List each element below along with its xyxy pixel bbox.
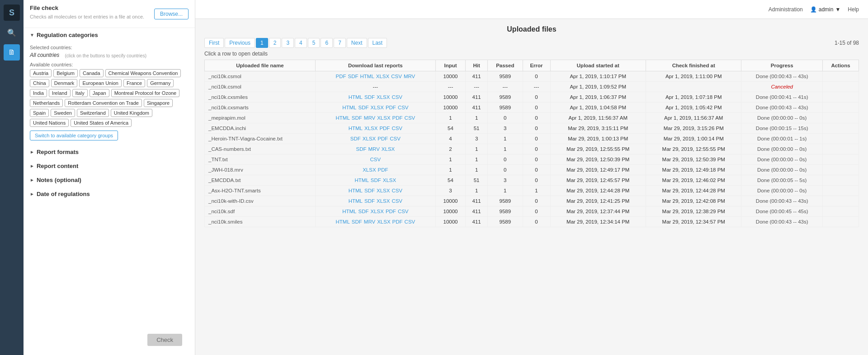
actions-cell[interactable] <box>822 175 859 186</box>
download-link-sdf[interactable]: SDF <box>364 198 375 204</box>
page-button-5[interactable]: 5 <box>308 38 320 48</box>
download-link-html[interactable]: HTML <box>342 209 356 214</box>
actions-cell[interactable] <box>822 123 859 134</box>
download-link-xlsx[interactable]: XLSX <box>377 94 390 100</box>
country-tag[interactable]: Austria <box>30 69 52 77</box>
actions-cell[interactable] <box>822 154 859 165</box>
table-row[interactable]: _TNT.txtCSV1100Mar 29, 2019, 12:50:39 PM… <box>205 154 859 165</box>
page-button-4[interactable]: 4 <box>295 38 307 48</box>
download-link-mrv[interactable]: MRV <box>364 115 375 121</box>
country-tag[interactable]: United States of America <box>71 119 132 127</box>
download-link-pdf[interactable]: PDF <box>335 74 346 79</box>
download-link-sdf[interactable]: SDF <box>358 209 368 214</box>
download-link-pdf[interactable]: PDF <box>379 126 390 131</box>
download-link-csv[interactable]: CSV <box>392 126 402 131</box>
download-link-xlsx[interactable]: XLSX <box>382 146 395 152</box>
download-link-xlsx[interactable]: XLSX <box>377 115 390 121</box>
actions-cell[interactable] <box>822 165 859 175</box>
country-tag[interactable]: India <box>30 89 47 97</box>
previous-page-button[interactable]: Previous <box>225 38 255 48</box>
table-row[interactable]: _nci10k-with-ID.csvHTMLSDFXLSXCSV1000041… <box>205 196 859 206</box>
download-link-mrv[interactable]: MRV <box>368 146 379 152</box>
download-link-html[interactable]: HTML <box>349 188 363 193</box>
table-row[interactable]: _mepirapim.molHTMLSDFMRVXLSXPDFCSV1100Ap… <box>205 113 859 123</box>
table-row[interactable]: _JWH-018.mrvXLSXPDF1100Mar 29, 2019, 12:… <box>205 165 859 175</box>
table-row[interactable]: _EMCDDA.txtHTMLSDFXLSX545130Mar 29, 2019… <box>205 175 859 186</box>
download-link-csv[interactable]: CSV <box>398 105 409 110</box>
next-page-button[interactable]: Next <box>347 38 367 48</box>
page-button-1[interactable]: 1 <box>256 38 268 48</box>
download-link-html[interactable]: HTML <box>349 198 363 204</box>
country-tag[interactable]: France <box>123 79 145 87</box>
download-link-html[interactable]: HTML <box>349 126 363 131</box>
download-link-sdf[interactable]: SDF <box>348 74 358 79</box>
download-link-csv[interactable]: CSV <box>392 188 402 193</box>
actions-cell[interactable] <box>822 71 859 82</box>
file-check-icon[interactable]: 🗎 <box>4 44 20 61</box>
download-link-xlsx[interactable]: XLSX <box>377 188 390 193</box>
download-link-pdf[interactable]: PDF <box>386 209 396 214</box>
download-link-pdf[interactable]: PDF <box>392 115 403 121</box>
download-link-csv[interactable]: CSV <box>370 157 381 162</box>
report-formats-header[interactable]: ► Report formats <box>24 145 195 159</box>
check-button[interactable]: Check <box>147 334 182 346</box>
user-menu[interactable]: 👤 admin ▼ <box>810 6 841 13</box>
download-link-xlsx[interactable]: XLSX <box>377 219 390 224</box>
country-tag[interactable]: Singapore <box>144 99 173 107</box>
first-page-button[interactable]: First <box>204 38 224 48</box>
download-link-csv[interactable]: CSV <box>405 115 415 121</box>
table-row[interactable]: _nci10k.sdfHTMLSDFXLSXPDFCSV100004119589… <box>205 206 859 217</box>
table-row[interactable]: _nci10k.csmol---------------Apr 1, 2019,… <box>205 82 859 92</box>
download-link-html[interactable]: HTML <box>335 115 349 121</box>
download-link-sdf[interactable]: SDF <box>364 94 375 100</box>
download-link-html[interactable]: HTML <box>349 94 363 100</box>
country-tag[interactable]: Spain <box>30 109 49 117</box>
notes-header[interactable]: ► Notes (optional) <box>24 173 195 187</box>
download-link-html[interactable]: HTML <box>360 74 374 79</box>
download-link-xlsx[interactable]: XLSX <box>370 209 383 214</box>
download-link-pdf[interactable]: PDF <box>392 219 403 224</box>
country-tag[interactable]: Netherlands <box>30 99 63 107</box>
actions-cell[interactable] <box>822 113 859 123</box>
download-link-mrv[interactable]: MRV <box>364 219 375 224</box>
search-icon[interactable]: 🔍 <box>4 24 20 41</box>
country-tag[interactable]: China <box>30 79 49 87</box>
download-link-sdf[interactable]: SDF <box>358 105 368 110</box>
country-tag[interactable]: Rotterdam Convention on Trade <box>65 99 142 107</box>
download-link-xlsx[interactable]: XLSX <box>370 105 383 110</box>
actions-cell[interactable] <box>822 134 859 144</box>
download-link-csv[interactable]: CSV <box>398 209 409 214</box>
download-link-xlsx[interactable]: XLSX <box>376 74 389 79</box>
country-tag[interactable]: Sweden <box>51 109 75 117</box>
actions-cell[interactable] <box>822 144 859 154</box>
download-link-html[interactable]: HTML <box>335 219 349 224</box>
download-link-sdf[interactable]: SDF <box>364 188 375 193</box>
switch-category-button[interactable]: Switch to available category groups <box>30 131 118 140</box>
download-link-csv[interactable]: CSV <box>390 136 401 141</box>
download-link-html[interactable]: HTML <box>354 178 368 183</box>
download-link-sdf[interactable]: SDF <box>371 178 381 183</box>
country-tag[interactable]: United Nations <box>30 119 69 127</box>
browse-button[interactable]: Browse... <box>154 9 189 19</box>
actions-cell[interactable] <box>822 103 859 113</box>
page-button-6[interactable]: 6 <box>321 38 333 48</box>
actions-cell[interactable] <box>822 186 859 196</box>
administration-link[interactable]: Administration <box>769 6 803 13</box>
country-tag[interactable]: Montreal Protocol for Ozone <box>111 89 180 97</box>
download-link-pdf[interactable]: PDF <box>386 105 396 110</box>
country-tag[interactable]: United Kingdom <box>111 109 152 117</box>
actions-cell[interactable] <box>822 82 859 92</box>
table-row[interactable]: _Asx-H2O-TNT.smartsHTMLSDFXLSXCSV3111Mar… <box>205 186 859 196</box>
regulation-categories-header[interactable]: ▼ Regulation categories <box>24 28 195 42</box>
table-row[interactable]: _Heroin-TNT-Viagra-Cocaine.txtSDFXLSXPDF… <box>205 134 859 144</box>
country-tag[interactable]: Japan <box>90 89 109 97</box>
download-link-csv[interactable]: CSV <box>405 219 415 224</box>
country-tag[interactable]: Italy <box>72 89 88 97</box>
last-page-button[interactable]: Last <box>368 38 387 48</box>
actions-cell[interactable] <box>822 217 859 227</box>
country-tag[interactable]: Canada <box>80 69 104 77</box>
report-content-header[interactable]: ► Report content <box>24 159 195 173</box>
download-link-sdf[interactable]: SDF <box>356 146 366 152</box>
actions-cell[interactable] <box>822 196 859 206</box>
download-link-xlsx[interactable]: XLSX <box>383 178 396 183</box>
